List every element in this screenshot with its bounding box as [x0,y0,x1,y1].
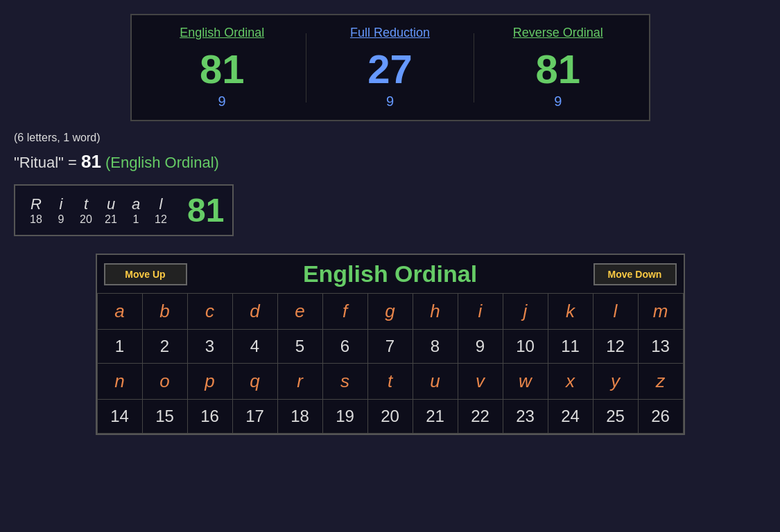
num-24: 24 [548,400,593,434]
letter-breakdown: R 18 i 9 t 20 u 21 a 1 [14,184,234,236]
letter-char-r: R [26,195,46,213]
cipher-sub-reverse-ordinal: 9 [474,94,641,109]
num-26: 26 [638,400,683,434]
equation-word: "Ritual" [14,154,64,171]
num-13: 13 [638,330,683,364]
letter-row: R 18 i 9 t 20 u 21 a 1 [24,191,224,229]
cell-a: a [97,294,142,330]
cipher-sub-full-reduction: 9 [306,94,474,109]
num-11: 11 [548,330,593,364]
cell-m: m [638,294,683,330]
cell-z: z [638,364,683,400]
move-up-button[interactable]: Move Up [104,263,187,285]
cell-h: h [413,294,458,330]
cipher-table-section: Move Up English Ordinal Move Down a b c … [96,254,685,435]
cell-d: d [232,294,277,330]
num-23: 23 [503,400,548,434]
num-19: 19 [322,400,367,434]
cipher-value-reverse-ordinal: 81 [474,46,641,92]
equation-equals: = [68,154,81,171]
cell-p: p [187,364,232,400]
letter-cell-a: a 1 [123,194,148,227]
equation-value: 81 [81,151,101,172]
cell-s: s [322,364,367,400]
cipher-col-english-ordinal: English Ordinal 81 9 [139,26,306,109]
num-4: 4 [232,330,277,364]
cipher-label-reverse-ordinal: Reverse Ordinal [474,26,641,40]
cipher-table-header: Move Up English Ordinal Move Down [97,255,684,293]
num-14: 14 [97,400,142,434]
num-5: 5 [277,330,322,364]
letter-cell-l: l 12 [148,194,173,227]
num-1: 1 [97,330,142,364]
cipher-box: English Ordinal 81 9 Full Reduction 27 9… [130,14,650,121]
letter-num-i: 9 [51,213,71,226]
letters-row-1: a b c d e f g h i j k l m [97,294,683,330]
num-6: 6 [322,330,367,364]
num-10: 10 [503,330,548,364]
cell-i: i [458,294,503,330]
num-20: 20 [367,400,413,434]
letter-cell-r: R 18 [24,194,49,227]
cell-k: k [548,294,593,330]
cell-r: r [277,364,322,400]
letter-num-t: 20 [76,213,96,226]
letter-num-u: 21 [101,213,121,226]
letter-num-r: 18 [26,213,46,226]
num-3: 3 [187,330,232,364]
cell-e: e [277,294,322,330]
cell-q: q [232,364,277,400]
cipher-value-full-reduction: 27 [306,46,474,92]
cipher-col-full-reduction: Full Reduction 27 9 [306,26,474,109]
num-12: 12 [593,330,638,364]
cell-w: w [503,364,548,400]
cipher-value-english-ordinal: 81 [139,46,306,92]
numbers-row-2: 14 15 16 17 18 19 20 21 22 23 24 25 26 [97,400,683,434]
num-2: 2 [142,330,187,364]
cell-j: j [503,294,548,330]
num-21: 21 [413,400,458,434]
cell-g: g [367,294,413,330]
letter-num-a: 1 [126,213,146,226]
num-17: 17 [232,400,277,434]
num-8: 8 [413,330,458,364]
num-9: 9 [458,330,503,364]
cell-y: y [593,364,638,400]
num-15: 15 [142,400,187,434]
letter-cell-i: i 9 [49,194,73,227]
cell-x: x [548,364,593,400]
cell-v: v [458,364,503,400]
cipher-sub-english-ordinal: 9 [139,94,306,109]
num-16: 16 [187,400,232,434]
cell-f: f [322,294,367,330]
cell-l: l [593,294,638,330]
cipher-label-full-reduction: Full Reduction [306,26,474,40]
letter-char-i: i [51,195,71,213]
move-down-button[interactable]: Move Down [593,263,677,285]
letters-row-2: n o p q r s t u v w x y z [97,364,683,400]
equation-line: "Ritual" = 81 (English Ordinal) [14,151,766,172]
letter-char-t: t [76,195,96,213]
letter-char-l: l [151,195,171,213]
letter-num-l: 12 [151,213,171,226]
cell-n: n [97,364,142,400]
num-25: 25 [593,400,638,434]
letter-char-u: u [101,195,121,213]
equation-cipher: (English Ordinal) [105,154,219,171]
cipher-table-title: English Ordinal [187,260,593,287]
alphabet-grid: a b c d e f g h i j k l m 1 2 3 4 5 6 [97,293,684,434]
numbers-row-1: 1 2 3 4 5 6 7 8 9 10 11 12 13 [97,330,683,364]
cell-u: u [413,364,458,400]
num-22: 22 [458,400,503,434]
cell-c: c [187,294,232,330]
letter-cells: R 18 i 9 t 20 u 21 a 1 [24,194,173,227]
letter-cell-t: t 20 [73,194,98,227]
num-18: 18 [277,400,322,434]
letter-char-a: a [126,195,146,213]
cell-b: b [142,294,187,330]
num-7: 7 [367,330,413,364]
cipher-col-reverse-ordinal: Reverse Ordinal 81 9 [474,26,641,109]
cell-o: o [142,364,187,400]
cipher-label-english-ordinal: English Ordinal [139,26,306,40]
word-info: (6 letters, 1 word) [14,132,766,144]
